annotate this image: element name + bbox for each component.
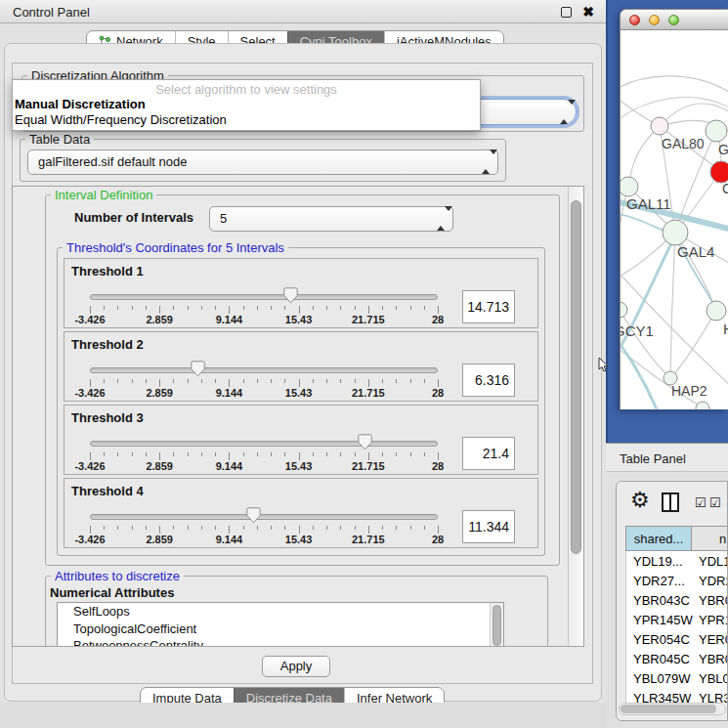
threshold-slider-track[interactable] xyxy=(90,367,438,373)
slider-tick xyxy=(340,379,341,383)
slider-tick xyxy=(117,379,118,383)
close-icon[interactable]: ✖ xyxy=(582,4,594,20)
slider-tick xyxy=(201,379,202,383)
column-header-shared-name[interactable]: shared... xyxy=(625,526,692,551)
algorithm-option[interactable]: Equal Width/Frequency Discretization xyxy=(13,112,480,128)
table-row[interactable]: YDL19...YDL1 xyxy=(626,551,728,571)
table-row[interactable]: YBL079WYBL0 xyxy=(626,668,728,688)
slider-tick xyxy=(313,526,314,530)
slider-tick-label: 15.43 xyxy=(285,534,313,545)
slider-tick xyxy=(257,452,258,456)
slider-tick xyxy=(424,452,425,456)
algorithm-dropdown-popup: Select algorithm to view settings Manual… xyxy=(12,79,481,131)
slider-tick-label: -3.426 xyxy=(74,314,105,325)
threshold-slider-thumb[interactable] xyxy=(358,434,372,450)
table-panel-titlebar: Table Panel xyxy=(606,443,728,472)
thresholds-list: Threshold 1-3.4262.8599.14415.4321.71528… xyxy=(64,258,538,551)
slider-tick xyxy=(215,452,216,456)
cell-shared-name: YDR27... xyxy=(626,574,693,588)
slider-tick xyxy=(90,452,91,460)
slider-tick xyxy=(146,379,147,383)
checkbox-icon[interactable]: ☑ xyxy=(709,495,721,510)
attribute-list-item[interactable]: TopologicalCoefficient xyxy=(58,621,503,638)
network-node-gcy1[interactable] xyxy=(621,302,627,318)
attribute-list-item[interactable]: BetweennessCentrality xyxy=(58,637,503,647)
table-row[interactable]: YDR27...YDR2 xyxy=(626,571,728,590)
float-window-icon[interactable] xyxy=(561,7,572,18)
slider-tick xyxy=(355,452,356,456)
slider-tick xyxy=(188,452,189,456)
slider-tick xyxy=(424,306,425,310)
threshold-slider-track[interactable] xyxy=(90,514,438,520)
number-of-intervals-combobox[interactable]: 5 xyxy=(209,206,453,232)
threshold-slider-thumb[interactable] xyxy=(283,287,298,304)
table-data-combobox[interactable]: galFiltered.sif default node xyxy=(27,150,498,175)
mouse-cursor xyxy=(598,357,611,373)
zoom-traffic-light-icon[interactable] xyxy=(668,15,679,25)
combo-stepper-icon xyxy=(560,101,568,124)
slider-tick xyxy=(201,306,202,310)
network-node-c[interactable] xyxy=(710,161,728,183)
split-view-icon[interactable] xyxy=(662,492,679,512)
scrollbar-thumb[interactable] xyxy=(571,200,581,554)
slider-tick-label: 2.859 xyxy=(146,314,173,325)
threshold-panel: Threshold 2-3.4262.8599.14415.4321.71528… xyxy=(64,331,538,402)
column-header-name[interactable]: n xyxy=(692,526,728,551)
algorithm-hint-item[interactable]: Select algorithm to view settings xyxy=(13,80,480,97)
algorithm-option[interactable]: Manual Discretization xyxy=(13,97,480,112)
threshold-slider-thumb[interactable] xyxy=(246,507,261,524)
table-header-row: shared... n xyxy=(625,526,728,551)
checkbox-icon[interactable]: ☑ xyxy=(695,495,707,510)
table-row[interactable]: YBR043CYBR0 xyxy=(626,590,728,610)
threshold-value-field[interactable]: 14.713 xyxy=(462,290,515,323)
close-traffic-light-icon[interactable] xyxy=(629,15,640,25)
slider-tick-label: -3.426 xyxy=(74,534,105,545)
slider-tick xyxy=(313,452,314,456)
network-node-gal80[interactable] xyxy=(651,117,668,135)
slider-tick xyxy=(90,306,91,314)
table-body: YDL19...YDL1YDR27...YDR2YBR043CYBR0YPR14… xyxy=(625,551,728,706)
threshold-value-field[interactable]: 21.4 xyxy=(462,437,515,470)
threshold-panel: Threshold 1-3.4262.8599.14415.4321.71528… xyxy=(64,258,538,328)
table-row[interactable]: YER054CYER0 xyxy=(626,629,728,649)
slider-tick xyxy=(117,306,118,310)
scrollbar-thumb[interactable] xyxy=(492,605,501,646)
threshold-panel: Threshold 3-3.4262.8599.14415.4321.71528… xyxy=(64,405,538,475)
slider-tick-label: 15.43 xyxy=(285,460,313,472)
threshold-value-field[interactable]: 11.344 xyxy=(462,510,515,543)
slider-tick xyxy=(104,379,105,383)
list-vertical-scrollbar[interactable] xyxy=(490,603,503,647)
node-label: HAP2 xyxy=(671,383,707,399)
gear-icon[interactable]: ⚙ xyxy=(630,488,650,513)
cell-shared-name: YBR043C xyxy=(626,593,693,608)
table-panel-frame: ⚙ ☑ ☑ shared... n YDL19...YDL1YDR27...YD… xyxy=(616,481,728,721)
threshold-value-field[interactable]: 6.316 xyxy=(462,364,515,397)
network-node-g[interactable] xyxy=(706,120,727,142)
network-node-h[interactable] xyxy=(707,301,726,321)
apply-button[interactable]: Apply xyxy=(262,656,330,677)
algorithm-popup-items: Manual DiscretizationEqual Width/Frequen… xyxy=(13,97,480,128)
minimize-traffic-light-icon[interactable] xyxy=(649,15,660,25)
network-node-gal11[interactable] xyxy=(621,177,638,196)
vertical-scrollbar[interactable] xyxy=(568,187,583,646)
slider-tick-label: 28 xyxy=(432,314,444,325)
attribute-list-item[interactable]: SelfLoops xyxy=(58,603,503,621)
number-of-intervals-label: Number of Intervals xyxy=(74,210,193,225)
network-canvas[interactable]: GAL80GCGAL11GAL4GCY1HHAP2 xyxy=(621,30,728,409)
scrollbar-thumb[interactable] xyxy=(621,705,716,713)
horizontal-scrollbar[interactable] xyxy=(619,703,726,715)
slider-tick-label: 21.715 xyxy=(352,534,385,545)
threshold-slider-thumb[interactable] xyxy=(191,361,205,377)
threshold-slider-track[interactable] xyxy=(90,294,438,300)
slider-tick xyxy=(326,526,327,530)
table-row[interactable]: YPR145WYPR1 xyxy=(626,610,728,629)
slider-tick xyxy=(201,452,202,456)
threshold-slider-track[interactable] xyxy=(90,441,438,447)
slider-tick-label: 9.144 xyxy=(216,387,243,399)
table-row[interactable]: YBR045CYBR0 xyxy=(626,649,728,668)
network-graph: GAL80GCGAL11GAL4GCY1HHAP2 xyxy=(621,30,728,409)
slider-tick xyxy=(382,306,383,310)
slider-tick xyxy=(243,526,244,530)
network-node[interactable] xyxy=(696,402,709,409)
network-node-gal4[interactable] xyxy=(663,220,688,245)
